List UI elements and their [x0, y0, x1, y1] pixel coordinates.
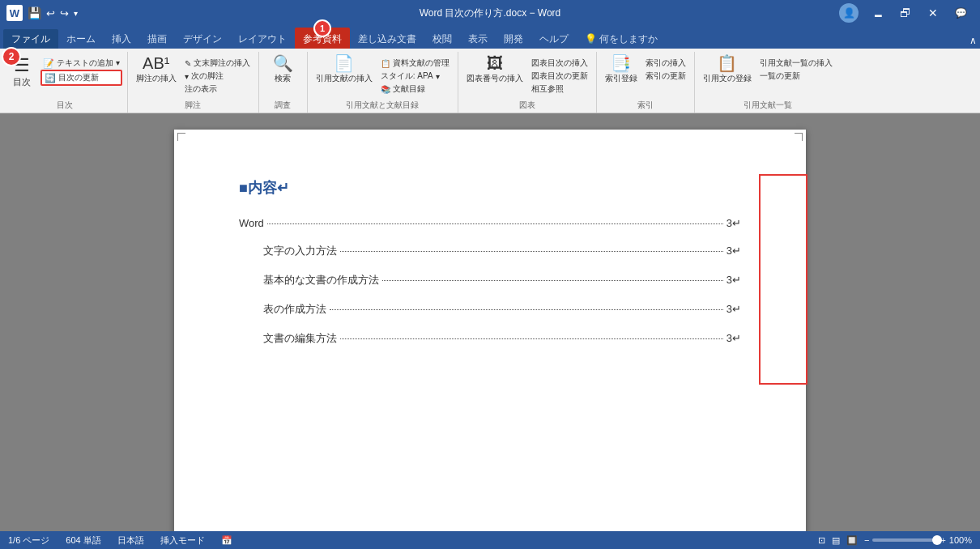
next-footnote-button[interactable]: ▾ 次の脚注	[181, 70, 254, 83]
view-web-icon[interactable]: 🔲	[846, 535, 858, 546]
zoom-slider[interactable]	[872, 538, 937, 542]
ribbon-group-captions: 🖼 図表番号の挿入 図表目次の挿入 図表目次の更新 相互参照 図表	[458, 52, 597, 113]
insert-citations-list-button[interactable]: 引用文献一覧の挿入	[756, 57, 836, 70]
footnote-icon: AB¹	[143, 55, 169, 71]
toc-page-1: 3↵	[726, 245, 741, 257]
ribbon-group-citations: 📄 引用文献の挿入 📋 資料文献の管理 スタイル: APA ▾ 📚 文献目録 引…	[308, 52, 458, 113]
citations-group-label: 引用文献と文献目録	[346, 98, 419, 113]
insert-endnote-button[interactable]: ✎ 文末脚注の挿入	[181, 57, 254, 70]
citations-content: 📄 引用文献の挿入 📋 資料文献の管理 スタイル: APA ▾ 📚 文献目録	[313, 53, 453, 98]
ribbon-group-citations2: 📋 引用文の登録 引用文献一覧の挿入 一覧の更新 引用文献一覧	[695, 52, 841, 113]
manage-sources-button[interactable]: 📋 資料文献の管理	[377, 57, 453, 70]
search-icon: 🔍	[273, 55, 293, 71]
index-group-label: 索引	[637, 98, 654, 113]
view-normal-icon[interactable]: ⊡	[818, 535, 825, 546]
bibliography-icon: 📚	[381, 85, 390, 94]
step1-indicator: 1	[313, 19, 331, 37]
toc-group-content: 2 ☰ 目次 📝 テキストの追加 ▾ 🔄 目次の更新	[8, 53, 122, 98]
step2-indicator: 2	[2, 47, 21, 66]
window-controls: 👤 🗕 🗗 ✕ 💬	[839, 0, 974, 26]
footnotes-group-content: AB¹ 脚注の挿入 ✎ 文末脚注の挿入 ▾ 次の脚注 注の表示	[133, 53, 254, 98]
redo-icon[interactable]: ↪	[60, 7, 69, 19]
toc-page-2: 3↵	[726, 274, 741, 286]
status-bar: 1/6 ページ 604 単語 日本語 挿入モード 📅 ⊡ ▤ 🔲 − + 100…	[0, 531, 980, 549]
chat-button[interactable]: 💬	[948, 0, 974, 26]
insert-index-button[interactable]: 索引の挿入	[642, 57, 689, 70]
insert-authority-button[interactable]: 📋 引用文の登録	[700, 53, 755, 86]
insert-table-caption-button[interactable]: 図表目次の挿入	[528, 57, 591, 70]
corner-tl	[177, 133, 185, 141]
manage-icon: 📋	[381, 59, 390, 68]
mark-entry-button[interactable]: 📑 索引登録	[602, 53, 641, 86]
document-area: ■内容↵ Word 3↵ 文字の入力方法 3↵ 基本的な文書の作成方法 3↵ 表…	[0, 113, 980, 531]
language: 日本語	[117, 534, 144, 547]
undo-icon[interactable]: ↩	[46, 7, 55, 19]
toc-dots-2	[382, 280, 723, 281]
toc-page-4: 3↵	[726, 332, 741, 344]
style-dropdown-icon: ▾	[436, 72, 440, 81]
insert-citation-button[interactable]: 📄 引用文献の挿入	[313, 53, 376, 86]
tab-insert[interactable]: 挿入	[104, 29, 139, 49]
edit-mode: 挿入モード	[160, 534, 205, 547]
show-notes-button[interactable]: 注の表示	[181, 83, 254, 96]
toc-dots-3	[330, 309, 723, 310]
tab-help[interactable]: ヘルプ	[531, 29, 577, 49]
tab-search[interactable]: 💡 何をしますか	[577, 29, 666, 49]
view-print-icon[interactable]: ▤	[832, 535, 840, 546]
insert-footnote-button[interactable]: AB¹ 脚注の挿入	[133, 53, 180, 86]
toc-page-0: 3↵	[726, 217, 741, 229]
toc-label-3: 表の作成方法	[263, 302, 326, 317]
search-button[interactable]: 🔍 検索	[268, 53, 297, 86]
toc-label: 目次	[13, 76, 31, 88]
collapse-ribbon-btn[interactable]: ∧	[969, 32, 977, 47]
close-button[interactable]: ✕	[920, 0, 946, 26]
style-select[interactable]: スタイル: APA ▾	[377, 70, 453, 83]
document-page: ■内容↵ Word 3↵ 文字の入力方法 3↵ 基本的な文書の作成方法 3↵ 表…	[174, 130, 806, 531]
ribbon-group-footnotes: AB¹ 脚注の挿入 ✎ 文末脚注の挿入 ▾ 次の脚注 注の表示 脚注	[128, 52, 259, 113]
research-group-label: 調査	[275, 98, 291, 113]
toc-dots-4	[340, 338, 723, 339]
cross-ref-button[interactable]: 相互参照	[528, 83, 591, 96]
status-right: ⊡ ▤ 🔲 − + 100%	[818, 535, 972, 546]
citations2-sub-btns: 引用文献一覧の挿入 一覧の更新	[756, 57, 836, 83]
tab-mailings[interactable]: 差し込み文書	[350, 29, 424, 49]
tab-file[interactable]: ファイル	[3, 29, 58, 49]
add-text-button[interactable]: 📝 テキストの追加 ▾	[40, 57, 122, 70]
tab-view[interactable]: 表示	[460, 29, 496, 49]
bibliography-button[interactable]: 📚 文献目録	[377, 83, 453, 96]
tab-home[interactable]: ホーム	[58, 29, 104, 49]
zoom-out-icon[interactable]: −	[864, 535, 869, 545]
captions-sub-btns: 図表目次の挿入 図表目次の更新 相互参照	[528, 57, 591, 96]
minimize-button[interactable]: 🗕	[865, 0, 891, 26]
word-icon: W	[6, 5, 23, 21]
citation-icon: 📄	[334, 55, 354, 71]
tab-developer[interactable]: 開発	[496, 29, 531, 49]
tab-design[interactable]: デザイン	[175, 29, 230, 49]
index-sub-btns: 索引の挿入 索引の更新	[642, 57, 689, 83]
update-table-button[interactable]: 図表目次の更新	[528, 70, 591, 83]
update-index-button[interactable]: 索引の更新	[642, 70, 689, 83]
update-toc-button[interactable]: 🔄 目次の更新	[40, 70, 122, 86]
insert-caption-button[interactable]: 🖼 図表番号の挿入	[463, 53, 526, 86]
ribbon-tabs: ファイル ホーム 挿入 描画 デザイン レイアウト 1 参考資料 差し込み文書 …	[0, 26, 980, 49]
captions-group-label: 図表	[519, 98, 535, 113]
tab-references[interactable]: 1 参考資料	[295, 28, 350, 49]
restore-button[interactable]: 🗗	[893, 0, 918, 26]
research-content: 🔍 検索	[268, 53, 297, 98]
profile-button[interactable]: 👤	[839, 3, 859, 23]
toc-dots-1	[340, 251, 723, 252]
toc-label-2: 基本的な文書の作成方法	[263, 273, 379, 287]
toc-entry-3: 表の作成方法 3↵	[239, 302, 741, 317]
customize-icon[interactable]: ▾	[74, 9, 78, 18]
toc-entry-2: 基本的な文書の作成方法 3↵	[239, 273, 741, 287]
citations2-group-label: 引用文献一覧	[744, 98, 792, 113]
toc-button[interactable]: 2 ☰ 目次	[8, 53, 36, 90]
zoom-bar: − + 100%	[864, 535, 972, 545]
tab-review[interactable]: 校閲	[424, 29, 460, 49]
highlight-box	[759, 174, 807, 385]
update-citations-button[interactable]: 一覧の更新	[756, 70, 836, 83]
save-icon[interactable]: 💾	[28, 6, 41, 19]
tab-layout[interactable]: レイアウト	[230, 29, 295, 49]
tab-draw[interactable]: 描画	[139, 29, 175, 49]
window-title: Word 目次の作り方.docx − Word	[420, 6, 561, 20]
